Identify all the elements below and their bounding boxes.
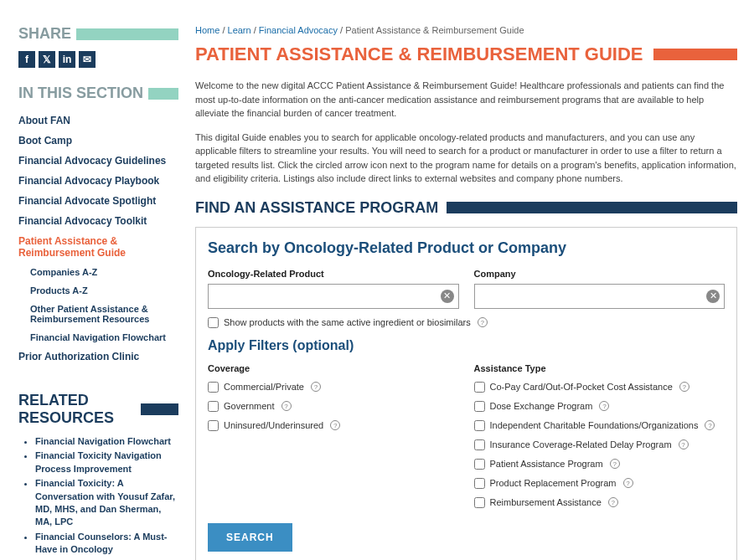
- find-heading: FIND AN ASSISTANCE PROGRAM: [195, 199, 737, 217]
- help-icon[interactable]: ?: [610, 459, 620, 469]
- clear-icon[interactable]: ✕: [706, 290, 720, 303]
- related-link[interactable]: Financial Navigation Flowchart: [35, 436, 171, 446]
- breadcrumb: Home / Learn / Financial Advocacy / Pati…: [195, 0, 737, 35]
- intro-p1: Welcome to the new digital ACCC Patient …: [195, 79, 737, 121]
- related-heading: RELATED RESOURCES: [18, 392, 178, 427]
- decorative-bar: [141, 403, 178, 415]
- related-link[interactable]: Financial Toxicity: A Conversation with …: [35, 478, 175, 527]
- help-icon[interactable]: ?: [281, 401, 292, 411]
- nav-sub-item[interactable]: Financial Navigation Flowchart: [18, 328, 178, 347]
- help-icon[interactable]: ?: [311, 382, 321, 392]
- nav-sub: Companies A-Z Products A-Z Other Patient…: [18, 263, 178, 347]
- share-heading: SHARE: [18, 25, 178, 43]
- help-icon[interactable]: ?: [705, 420, 715, 430]
- page-root: SHARE f 𝕏 in ✉ IN THIS SECTION About FAN…: [0, 0, 754, 560]
- help-icon[interactable]: ?: [330, 420, 340, 430]
- twitter-icon[interactable]: 𝕏: [39, 51, 55, 68]
- nav-sub-item[interactable]: Products A-Z: [18, 281, 178, 300]
- search-form: Search by Oncology-Related Product or Co…: [195, 227, 737, 561]
- nav-item[interactable]: Financial Advocacy Toolkit: [18, 211, 178, 231]
- nav-item[interactable]: Prior Authorization Clinic: [18, 347, 178, 367]
- decorative-bar: [653, 49, 737, 60]
- nav-sub-item[interactable]: Companies A-Z: [18, 263, 178, 281]
- related-link[interactable]: Financial Counselors: A Must-Have in Onc…: [35, 532, 167, 554]
- section-label: IN THIS SECTION: [18, 85, 143, 102]
- main-content: Home / Learn / Financial Advocacy / Pati…: [188, 0, 754, 560]
- nav-sub-item[interactable]: Other Patient Assistance & Reimbursement…: [18, 300, 178, 328]
- filter-option[interactable]: Government?: [208, 401, 459, 412]
- filters-row: Coverage Commercial/Private? Government?…: [208, 363, 725, 516]
- facebook-icon[interactable]: f: [18, 51, 35, 68]
- checkbox-input[interactable]: [474, 382, 485, 393]
- checkbox-input[interactable]: [208, 420, 219, 431]
- filter-option[interactable]: Product Replacement Program?: [474, 478, 726, 489]
- assistance-heading: Assistance Type: [474, 363, 726, 373]
- filter-option[interactable]: Co-Pay Card/Out-Of-Pocket Cost Assistanc…: [474, 382, 726, 393]
- coverage-heading: Coverage: [208, 363, 459, 373]
- search-button[interactable]: SEARCH: [208, 523, 292, 552]
- product-input[interactable]: [208, 284, 459, 309]
- filter-option[interactable]: Uninsured/Underinsured?: [208, 420, 459, 431]
- checkbox-input[interactable]: [474, 401, 485, 412]
- filter-option[interactable]: Dose Exchange Program?: [474, 401, 726, 412]
- find-label: FIND AN ASSISTANCE PROGRAM: [195, 199, 438, 217]
- social-icons: f 𝕏 in ✉: [18, 51, 178, 68]
- checkbox-input[interactable]: [208, 382, 219, 393]
- share-label: SHARE: [18, 25, 71, 43]
- page-title-text: PATIENT ASSISTANCE & REIMBURSEMENT GUIDE: [195, 44, 643, 65]
- intro-p2: This digital Guide enables you to search…: [195, 131, 737, 186]
- help-icon[interactable]: ?: [679, 439, 689, 450]
- company-input[interactable]: [474, 284, 726, 309]
- nav-item[interactable]: Boot Camp: [18, 131, 178, 151]
- related-link[interactable]: Financial Toxicity Navigation Process Im…: [35, 450, 162, 473]
- nav-item[interactable]: Financial Advocacy Playbook: [18, 171, 178, 191]
- filters-heading: Apply Filters (optional): [208, 338, 725, 353]
- filter-option[interactable]: Commercial/Private?: [208, 382, 459, 393]
- nav-item-active[interactable]: Patient Assistance & Reimbursement Guide: [18, 231, 178, 263]
- section-heading: IN THIS SECTION: [18, 85, 178, 102]
- filter-option[interactable]: Insurance Coverage-Related Delay Program…: [474, 439, 726, 450]
- intro-text: Welcome to the new digital ACCC Patient …: [195, 79, 737, 186]
- filter-option[interactable]: Independent Charitable Foundations/Organ…: [474, 420, 726, 431]
- checkbox-input[interactable]: [474, 439, 485, 450]
- company-label: Company: [474, 269, 726, 279]
- page-title: PATIENT ASSISTANCE & REIMBURSEMENT GUIDE: [195, 44, 737, 65]
- input-row: Oncology-Related Product ✕ Company ✕: [208, 269, 725, 309]
- related-label: RELATED RESOURCES: [18, 392, 136, 427]
- related-list: Financial Navigation Flowchart Financial…: [18, 435, 178, 560]
- breadcrumb-current: Patient Assistance & Reimbursement Guide: [345, 25, 524, 35]
- checkbox-input[interactable]: [474, 497, 485, 508]
- checkbox-input[interactable]: [474, 459, 485, 470]
- email-icon[interactable]: ✉: [79, 51, 96, 68]
- product-label: Oncology-Related Product: [208, 269, 459, 279]
- breadcrumb-link[interactable]: Learn: [228, 25, 251, 35]
- help-icon[interactable]: ?: [623, 478, 633, 488]
- checkbox-input[interactable]: [208, 317, 219, 328]
- nav-item[interactable]: Financial Advocate Spotlight: [18, 191, 178, 211]
- filter-option[interactable]: Reimbursement Assistance?: [474, 497, 726, 508]
- breadcrumb-link[interactable]: Home: [195, 25, 219, 35]
- nav-item[interactable]: Financial Advocacy Guidelines: [18, 151, 178, 171]
- decorative-bar: [148, 88, 178, 100]
- linkedin-icon[interactable]: in: [59, 51, 75, 68]
- filter-option[interactable]: Patient Assistance Program?: [474, 459, 726, 470]
- section-nav: About FAN Boot Camp Financial Advocacy G…: [18, 110, 178, 367]
- help-icon[interactable]: ?: [608, 497, 618, 507]
- help-icon[interactable]: ?: [478, 317, 488, 327]
- checkbox-label: Show products with the same active ingre…: [224, 317, 471, 327]
- show-same-checkbox[interactable]: Show products with the same active ingre…: [208, 317, 725, 328]
- breadcrumb-link[interactable]: Financial Advocacy: [259, 25, 338, 35]
- decorative-bar: [447, 202, 737, 213]
- nav-item[interactable]: About FAN: [18, 110, 178, 131]
- sidebar: SHARE f 𝕏 in ✉ IN THIS SECTION About FAN…: [0, 0, 188, 560]
- checkbox-input[interactable]: [208, 401, 219, 412]
- clear-icon[interactable]: ✕: [441, 290, 454, 303]
- help-icon[interactable]: ?: [599, 401, 609, 411]
- checkbox-input[interactable]: [474, 420, 485, 431]
- search-heading: Search by Oncology-Related Product or Co…: [208, 239, 725, 257]
- help-icon[interactable]: ?: [679, 382, 689, 392]
- decorative-bar: [76, 28, 178, 40]
- checkbox-input[interactable]: [474, 478, 485, 489]
